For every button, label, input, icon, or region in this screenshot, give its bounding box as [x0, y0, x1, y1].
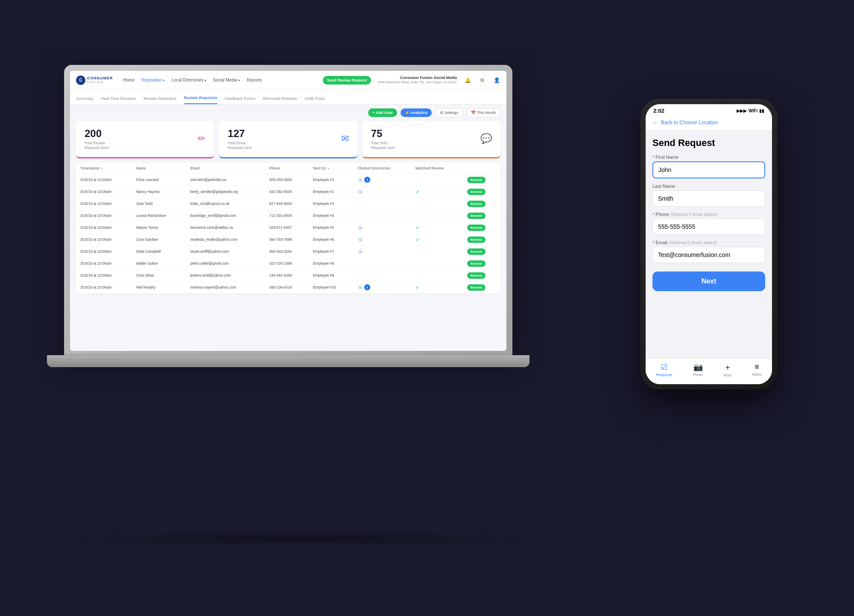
phone-content: Send Request * First Name Last Name * — [646, 131, 772, 358]
cell-resend[interactable]: Resend — [463, 198, 500, 210]
resend-button[interactable]: Resend — [467, 284, 485, 291]
cell-name: Wayne Torres — [132, 222, 186, 234]
logo-icon: C — [76, 76, 85, 85]
nav-reputation[interactable]: Reputation — [141, 78, 165, 82]
cell-resend[interactable]: Resend — [463, 257, 500, 269]
col-sent-by[interactable]: Sent by ▼ — [309, 163, 353, 174]
gear-icon[interactable]: ⚙ — [478, 76, 486, 84]
tab-real-time[interactable]: Real Time Reviews — [101, 96, 136, 104]
cell-directories: G — [353, 186, 411, 198]
matched-check-icon: ✓ — [415, 189, 420, 195]
cell-sent-by: Employee #7 — [309, 245, 353, 257]
table-row: 3/15/19 at 10:00am Wayne Torres homenick… — [76, 222, 500, 234]
phone-input[interactable] — [652, 219, 765, 235]
bottom-nav-photo[interactable]: 📷 Photo — [693, 362, 703, 377]
post-label: Post — [724, 373, 731, 377]
resend-button[interactable]: Resend — [467, 201, 485, 207]
cell-matched: ✓ — [411, 281, 463, 293]
table-row: 3/15/19 at 10:00am Nancy Haynes keely_wi… — [76, 186, 500, 198]
facebook-icon: f — [364, 177, 370, 183]
nav-reports[interactable]: Reports — [247, 78, 262, 82]
cell-resend[interactable]: Resend — [463, 245, 500, 257]
nav-home[interactable]: Home — [123, 78, 135, 82]
cell-timestamp: 3/15/19 at 10:00am — [76, 281, 132, 293]
bottom-nav-menu[interactable]: ≡ Menu — [752, 362, 762, 377]
email-group: * Email (Optional if phone added) — [652, 240, 765, 263]
status-icons: ▶▶▶ WiFi ▮▮ — [737, 108, 764, 113]
cell-sent-by: Employee #10 — [309, 281, 353, 293]
stat-card-sms: 75 Total SMSRequests Sent 💬 — [363, 121, 500, 158]
cell-email: homenick.carlo@stefan.us — [186, 222, 265, 234]
back-to-choose-location[interactable]: Back to Choose Location — [661, 120, 718, 126]
col-phone[interactable]: Phone — [265, 163, 309, 174]
resend-button[interactable]: Resend — [467, 189, 485, 195]
cell-name: Cora Oliver — [132, 269, 186, 281]
requests-icon: ☑ — [661, 362, 667, 372]
last-name-input[interactable] — [652, 190, 765, 207]
cell-resend[interactable]: Resend — [463, 234, 500, 245]
laptop-shadow — [64, 530, 534, 547]
resend-button[interactable]: Resend — [467, 213, 485, 219]
phone-group: * Phone (Optional if email added) — [652, 212, 765, 235]
cell-resend[interactable]: Resend — [463, 174, 500, 186]
tab-sentiment[interactable]: Review Sentiment — [143, 96, 176, 104]
resend-button[interactable]: Resend — [467, 272, 485, 279]
this-month-button[interactable]: 📅 This Month — [466, 108, 500, 117]
add-user-button[interactable]: + Add User — [368, 108, 397, 117]
photo-label: Photo — [693, 373, 703, 377]
bottom-nav-requests[interactable]: ☑ Requests — [656, 362, 672, 377]
cell-sent-by: Employee #3 — [309, 198, 353, 210]
cell-resend[interactable]: Resend — [463, 222, 500, 234]
col-email[interactable]: Email — [186, 163, 265, 174]
resend-button[interactable]: Resend — [467, 177, 485, 183]
last-name-group: Last Name — [652, 184, 765, 207]
tab-removed[interactable]: Removed Reviews — [263, 96, 297, 104]
cell-sent-by: Employee #1 — [309, 174, 353, 186]
tab-feedback[interactable]: Feedback Forms — [225, 96, 255, 104]
settings-button[interactable]: ⚙ Settings — [435, 108, 463, 117]
menu-label: Menu — [752, 372, 762, 377]
nav-local-dir[interactable]: Local Directories — [172, 78, 206, 82]
next-button[interactable]: Next — [652, 272, 765, 291]
table-row: 3/15/19 at 10:00am Flora Leonard orie.ki… — [76, 174, 500, 186]
navbar: C CONSUMER FUSION Home Reputation Local … — [70, 71, 506, 90]
user-icon[interactable]: 👤 — [493, 76, 500, 84]
google-icon: G — [357, 189, 363, 195]
col-timestamp[interactable]: Timestamp ▼ — [76, 163, 132, 174]
cell-email: stuart.wolff@yahoo.com — [186, 245, 265, 257]
send-review-button[interactable]: Send Review Request — [323, 76, 371, 85]
tab-review-requests[interactable]: Review Requests — [184, 95, 217, 104]
resend-button[interactable]: Resend — [467, 248, 485, 255]
bottom-nav-post[interactable]: ＋ Post — [724, 362, 731, 377]
email-input[interactable] — [652, 247, 765, 263]
cell-matched — [411, 210, 463, 222]
stat-label-email: Total EmailRequests Sent — [228, 141, 252, 150]
status-time: 2:02 — [653, 108, 664, 114]
resend-button[interactable]: Resend — [467, 225, 485, 231]
col-name[interactable]: Name — [132, 163, 186, 174]
resend-button[interactable]: Resend — [467, 236, 485, 243]
table-row: 3/15/19 at 10:00am Louisa Richardson buc… — [76, 210, 500, 222]
tab-summary[interactable]: Summary — [76, 96, 94, 104]
laptop-base — [47, 355, 529, 367]
stat-label-sms: Total SMSRequests Sent — [371, 141, 395, 150]
first-name-input[interactable] — [652, 161, 765, 178]
stats-row: 200 Total ReviewRequests Sent ✏ 127 Tota… — [70, 121, 506, 163]
analytics-button[interactable]: ⚡ Analytics — [401, 108, 432, 117]
first-name-label: * First Name — [652, 155, 765, 160]
cell-resend[interactable]: Resend — [463, 269, 500, 281]
stat-card-email: 127 Total EmailRequests Sent ✉ — [219, 121, 357, 158]
first-name-group: * First Name — [652, 155, 765, 178]
tab-gmb[interactable]: GMB Posts — [304, 96, 325, 104]
table-row: 3/15/19 at 10:00am Jose Todd kobe_rice@r… — [76, 198, 500, 210]
cell-resend[interactable]: Resend — [463, 281, 500, 293]
cell-phone: 827-818-9654 — [265, 198, 309, 210]
table-row: 3/15/19 at 10:00am Nell Murphy melvina.m… — [76, 281, 500, 293]
nav-social-media[interactable]: Social Media — [213, 78, 240, 82]
cell-resend[interactable]: Resend — [463, 186, 500, 198]
resend-button[interactable]: Resend — [467, 260, 485, 267]
cell-resend[interactable]: Resend — [463, 210, 500, 222]
cell-name: Nell Murphy — [132, 281, 186, 293]
bell-icon[interactable]: 🔔 — [464, 76, 471, 84]
table-row: 3/15/19 at 10:00am Cora Gardner modesta_… — [76, 234, 500, 245]
